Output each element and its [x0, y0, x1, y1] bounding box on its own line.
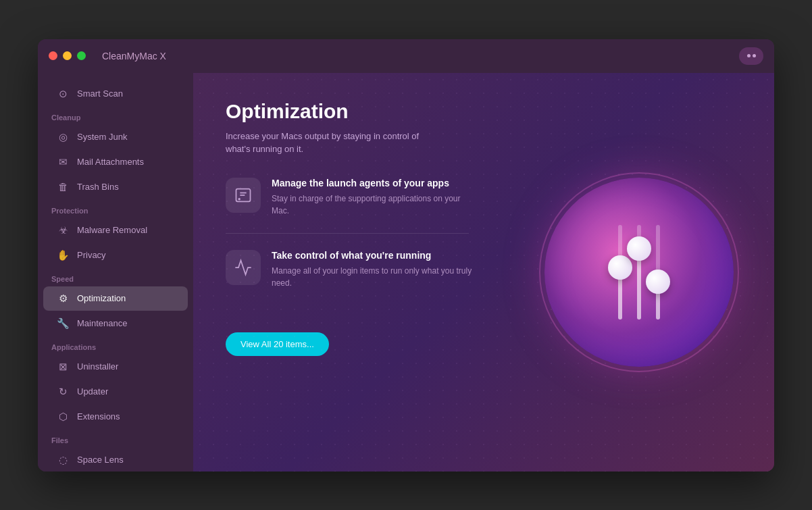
titlebar-menu-button[interactable] — [739, 47, 763, 65]
app-window: CleanMyMac X ⊙ Smart Scan Cleanup ◎ Syst… — [38, 39, 774, 471]
sidebar-label-maintenance: Maintenance — [77, 318, 127, 328]
maximize-button[interactable] — [77, 51, 86, 60]
page-title: Optimization — [226, 100, 742, 123]
sidebar-label-mail-attachments: Mail Attachments — [77, 157, 144, 167]
sidebar-label-system-junk: System Junk — [77, 132, 127, 142]
applications-section-label: Applications — [38, 336, 193, 354]
sidebar-item-trash-bins[interactable]: 🗑 Trash Bins — [43, 175, 188, 199]
feature2-icon — [226, 250, 261, 285]
feature1-desc: Stay in charge of the supporting applica… — [272, 193, 474, 217]
protection-section-label: Protection — [38, 200, 193, 218]
trash-icon: 🗑 — [57, 181, 69, 193]
page-subtitle: Increase your Macs output by staying in … — [226, 130, 442, 156]
feature2-title: Take control of what you're running — [272, 250, 474, 261]
traffic-lights — [49, 51, 86, 60]
feature1-icon — [226, 178, 261, 213]
speed-section-label: Speed — [38, 268, 193, 286]
feature2-desc: Manage all of your login items to run on… — [272, 265, 474, 289]
maintenance-icon: 🔧 — [57, 317, 69, 330]
slider-line-2 — [637, 225, 641, 320]
optimization-icon: ⚙ — [57, 292, 69, 305]
sidebar-label-updater: Updater — [77, 386, 108, 397]
hero-graphic — [544, 178, 734, 367]
sidebar-label-uninstaller: Uninstaller — [77, 361, 118, 372]
close-button[interactable] — [49, 51, 57, 60]
hero-outer-ring — [544, 178, 734, 367]
malware-icon: ☣ — [57, 224, 69, 236]
uninstaller-icon: ⊠ — [57, 361, 69, 373]
sidebar-label-trash-bins: Trash Bins — [77, 182, 119, 192]
slider-2 — [637, 225, 641, 320]
files-section-label: Files — [38, 430, 193, 447]
content-area: ⊙ Smart Scan Cleanup ◎ System Junk ✉ Mai… — [38, 73, 774, 471]
feature1-title: Manage the launch agents of your apps — [272, 178, 474, 188]
extensions-icon: ⬡ — [57, 411, 69, 423]
titlebar: CleanMyMac X — [38, 39, 774, 73]
sidebar-item-system-junk[interactable]: ◎ System Junk — [43, 125, 188, 149]
sidebar: ⊙ Smart Scan Cleanup ◎ System Junk ✉ Mai… — [38, 73, 193, 471]
sidebar-item-extensions[interactable]: ⬡ Extensions — [43, 405, 188, 429]
smart-scan-icon: ⊙ — [57, 88, 69, 100]
sidebar-label-privacy: Privacy — [77, 250, 106, 260]
sidebar-item-privacy[interactable]: ✋ Privacy — [43, 243, 188, 267]
feature2-text: Take control of what you're running Mana… — [272, 250, 474, 289]
space-lens-icon: ◌ — [57, 454, 69, 466]
mail-icon: ✉ — [57, 156, 69, 168]
sidebar-item-smart-scan[interactable]: ⊙ Smart Scan — [43, 82, 188, 106]
svg-point-3 — [238, 198, 240, 201]
slider-line-3 — [656, 225, 660, 320]
sidebar-item-space-lens[interactable]: ◌ Space Lens — [43, 448, 188, 471]
menu-dots-icon — [747, 54, 756, 57]
sidebar-item-uninstaller[interactable]: ⊠ Uninstaller — [43, 355, 188, 379]
app-title: CleanMyMac X — [102, 51, 166, 61]
system-junk-icon: ◎ — [57, 131, 69, 143]
sidebar-label-optimization: Optimization — [77, 293, 126, 303]
sidebar-item-malware-removal[interactable]: ☣ Malware Removal — [43, 218, 188, 243]
main-content: Optimization Increase your Macs output b… — [193, 73, 774, 471]
slider-3 — [656, 225, 660, 320]
slider-line-1 — [618, 225, 622, 320]
sidebar-item-updater[interactable]: ↻ Updater — [43, 380, 188, 404]
sidebar-item-mail-attachments[interactable]: ✉ Mail Attachments — [43, 150, 188, 174]
sidebar-item-optimization[interactable]: ⚙ Optimization — [43, 286, 188, 311]
sidebar-label-malware-removal: Malware Removal — [77, 225, 147, 235]
feature1-text: Manage the launch agents of your apps St… — [272, 178, 474, 217]
sidebar-label-space-lens: Space Lens — [77, 455, 124, 465]
sidebar-label-extensions: Extensions — [77, 411, 120, 422]
sidebar-label-smart-scan: Smart Scan — [77, 88, 123, 99]
minimize-button[interactable] — [63, 51, 72, 60]
sliders-icon — [605, 225, 674, 320]
slider-1 — [618, 225, 622, 320]
view-all-button[interactable]: View All 20 items... — [226, 332, 329, 356]
divider — [226, 233, 469, 234]
privacy-icon: ✋ — [57, 249, 69, 261]
sidebar-item-maintenance[interactable]: 🔧 Maintenance — [43, 311, 188, 336]
cleanup-section-label: Cleanup — [38, 107, 193, 124]
updater-icon: ↻ — [57, 386, 69, 398]
